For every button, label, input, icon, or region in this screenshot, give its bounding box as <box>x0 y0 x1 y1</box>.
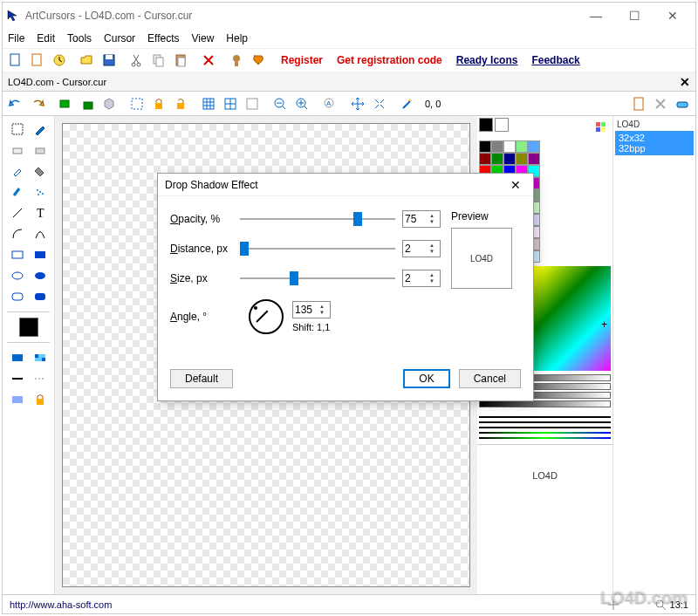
redo-icon[interactable] <box>28 94 47 113</box>
angle-spinner[interactable]: 135▲▼ <box>292 301 331 318</box>
eraser-icon[interactable] <box>673 94 692 113</box>
layer2-icon[interactable] <box>78 94 97 113</box>
help-icon[interactable] <box>249 51 268 70</box>
eraser-tool[interactable] <box>8 140 27 160</box>
palette-swatch[interactable] <box>503 140 516 153</box>
default-button[interactable]: Default <box>170 369 233 388</box>
feedback-link[interactable]: Feedback <box>531 54 579 66</box>
palette-swatch[interactable] <box>516 140 528 153</box>
rect-tool[interactable] <box>8 245 27 264</box>
lock2-tool[interactable] <box>31 390 50 409</box>
roundrect-tool[interactable] <box>8 287 27 306</box>
new-icon[interactable] <box>6 51 25 70</box>
bucket-tool[interactable] <box>31 161 50 181</box>
text-tool[interactable]: T <box>31 203 50 222</box>
line-style-tool[interactable] <box>8 369 27 388</box>
del2-icon[interactable] <box>651 94 670 113</box>
close-button[interactable]: ✕ <box>654 3 692 28</box>
shrink-icon[interactable] <box>370 94 389 113</box>
undo-icon[interactable] <box>6 94 25 113</box>
cancel-button[interactable]: Cancel <box>459 369 521 388</box>
fillrrect-tool[interactable] <box>31 287 50 306</box>
grid2-icon[interactable] <box>221 94 240 113</box>
new-doc-icon[interactable] <box>28 51 47 70</box>
cube-icon[interactable] <box>99 94 119 113</box>
curve2-tool[interactable] <box>31 224 50 243</box>
eraser2-tool[interactable] <box>31 140 50 160</box>
fillrect-tool[interactable] <box>31 245 50 264</box>
marquee-tool[interactable] <box>8 120 27 139</box>
size-spinner[interactable]: 2▲▼ <box>402 270 441 287</box>
format-list: LO4D 32x32 32bpp <box>612 116 695 594</box>
grid-icon[interactable] <box>199 94 218 113</box>
maximize-button[interactable]: ☐ <box>615 3 654 28</box>
pattern-tool[interactable] <box>31 348 50 367</box>
palette-swatch[interactable] <box>528 153 540 165</box>
pencil-tool[interactable] <box>31 120 50 139</box>
menu-cursor[interactable]: Cursor <box>104 32 135 44</box>
ok-button[interactable]: OK <box>403 369 449 388</box>
dashed-tool[interactable] <box>31 369 50 388</box>
getcode-link[interactable]: Get registration code <box>337 54 442 66</box>
copy-icon[interactable] <box>149 51 168 70</box>
format-item[interactable]: 32x32 32bpp <box>615 131 694 155</box>
palette-swatch[interactable] <box>528 140 540 153</box>
zoom-in-icon[interactable] <box>292 94 311 113</box>
register-link[interactable]: Register <box>281 54 323 66</box>
unlock-icon[interactable] <box>171 94 190 113</box>
curve-tool[interactable] <box>8 224 27 243</box>
save-icon[interactable] <box>99 51 119 70</box>
lock-icon[interactable] <box>149 94 168 113</box>
opacity-spinner[interactable]: 75▲▼ <box>402 210 441 228</box>
wizard-icon[interactable] <box>227 51 246 70</box>
delete-icon[interactable] <box>199 51 218 70</box>
palette-swatch[interactable] <box>503 153 516 165</box>
distance-slider[interactable] <box>240 248 395 250</box>
menu-file[interactable]: File <box>8 32 24 44</box>
palette-swatch[interactable] <box>491 153 503 165</box>
color-fg[interactable] <box>479 118 493 132</box>
minimize-button[interactable]: — <box>577 3 615 28</box>
clock-icon[interactable] <box>50 51 69 70</box>
readyicons-link[interactable]: Ready Icons <box>456 54 518 66</box>
fill-b-tool[interactable] <box>8 390 27 409</box>
open-icon[interactable] <box>78 51 97 70</box>
line-styles[interactable] <box>479 413 611 442</box>
select-icon[interactable] <box>127 94 147 113</box>
wand-icon[interactable] <box>398 94 417 113</box>
size-slider[interactable] <box>240 277 395 279</box>
opacity-slider[interactable] <box>240 218 395 220</box>
border-icon[interactable] <box>243 94 262 113</box>
paste-icon[interactable] <box>171 51 190 70</box>
document-tab[interactable]: LO4D.com - Cursor.cur <box>8 77 680 87</box>
spray-tool[interactable] <box>31 182 50 202</box>
menu-effects[interactable]: Effects <box>147 32 179 44</box>
palette-opts-icon[interactable] <box>592 118 611 137</box>
eyedropper-tool[interactable] <box>8 161 27 181</box>
line-tool[interactable] <box>8 203 27 222</box>
menu-edit[interactable]: Edit <box>37 32 55 44</box>
palette-swatch[interactable] <box>516 153 528 165</box>
dialog-close-icon[interactable]: ✕ <box>505 178 526 192</box>
menu-help[interactable]: Help <box>226 32 248 44</box>
cut-icon[interactable] <box>127 51 147 70</box>
page-icon[interactable] <box>629 94 648 113</box>
menu-view[interactable]: View <box>192 32 215 44</box>
brush-tool[interactable] <box>8 182 27 202</box>
palette-swatch[interactable] <box>491 140 503 153</box>
ellipse-tool[interactable] <box>8 266 27 285</box>
angle-wheel[interactable] <box>249 299 284 334</box>
palette-swatch[interactable] <box>479 140 491 153</box>
fg-swatch[interactable] <box>19 318 38 337</box>
zoom-out-icon[interactable] <box>270 94 290 113</box>
distance-spinner[interactable]: 2▲▼ <box>402 240 441 257</box>
tab-close-icon[interactable]: ✕ <box>680 75 690 89</box>
menu-tools[interactable]: Tools <box>67 32 92 44</box>
gradient-tool[interactable] <box>8 348 27 367</box>
color-bg[interactable] <box>495 118 509 132</box>
zoom-font-icon[interactable]: A <box>320 94 339 113</box>
move-icon[interactable] <box>348 94 367 113</box>
fillellipse-tool[interactable] <box>31 266 50 285</box>
layer1-icon[interactable] <box>56 94 75 113</box>
palette-swatch[interactable] <box>479 153 491 165</box>
